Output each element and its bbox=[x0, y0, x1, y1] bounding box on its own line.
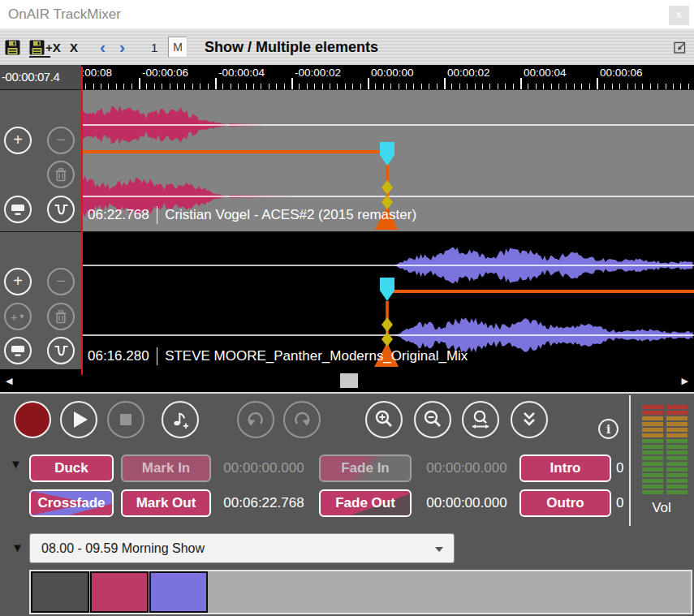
mark-out-button[interactable]: Mark Out bbox=[121, 489, 211, 517]
meter-bar bbox=[666, 411, 688, 415]
record-button[interactable] bbox=[14, 401, 51, 438]
zoom-in-button[interactable] bbox=[365, 401, 403, 438]
track-2-title: STEVE MOORE_Panther_Moderns_Original_Mix bbox=[165, 348, 468, 364]
marker-mode-button[interactable]: M bbox=[168, 37, 188, 58]
layout-bottom-icon bbox=[9, 342, 27, 359]
double-chevron-down-icon bbox=[518, 408, 541, 431]
meter-bar bbox=[666, 456, 688, 460]
undo-button[interactable] bbox=[237, 401, 274, 438]
meter-bar bbox=[666, 490, 688, 494]
stop-button[interactable] bbox=[107, 401, 144, 438]
title-bar: OnAIR TrackMixer x bbox=[0, 0, 694, 29]
outro-button[interactable]: Outro bbox=[519, 489, 611, 517]
track-delete-button[interactable] bbox=[47, 161, 75, 188]
meter-row bbox=[642, 405, 688, 409]
add-audio-button[interactable] bbox=[162, 401, 199, 438]
element-strip bbox=[29, 570, 692, 614]
duck-button[interactable]: Duck bbox=[29, 454, 114, 482]
save-icon bbox=[29, 40, 45, 55]
scroll-right-button[interactable]: ▶ bbox=[682, 369, 688, 392]
meter-bar bbox=[666, 485, 688, 489]
playhead-marker bbox=[81, 370, 83, 375]
zoom-out-button[interactable] bbox=[414, 401, 451, 438]
meter-bar bbox=[666, 450, 688, 454]
meter-row bbox=[642, 490, 688, 494]
meter-bar bbox=[666, 433, 688, 437]
track-duck-button[interactable] bbox=[47, 337, 75, 364]
meter-bar bbox=[642, 416, 663, 420]
playlist-dropdown[interactable]: 08.00 - 09.59 Morning Show bbox=[29, 533, 455, 563]
label-divider bbox=[157, 206, 158, 224]
meter-row bbox=[642, 411, 688, 415]
meter-bar bbox=[642, 456, 663, 460]
meter-row bbox=[642, 428, 688, 432]
playhead-line[interactable] bbox=[81, 67, 83, 370]
meter-bar bbox=[642, 490, 663, 494]
window-close-button[interactable]: x bbox=[669, 6, 689, 25]
element-block[interactable] bbox=[90, 571, 149, 613]
current-time-display: -00:00:07.4 bbox=[0, 65, 81, 89]
save-and-remove-button[interactable]: +X bbox=[29, 29, 61, 65]
prev-element-button[interactable]: ‹ bbox=[100, 29, 106, 65]
play-icon bbox=[74, 411, 88, 428]
track-duck-button[interactable] bbox=[47, 196, 75, 223]
mark-in-button[interactable]: Mark In bbox=[121, 454, 211, 482]
play-button[interactable] bbox=[60, 401, 97, 438]
meter-row bbox=[642, 473, 688, 477]
dock-panel-button[interactable] bbox=[672, 29, 688, 65]
volume-envelope-line[interactable] bbox=[81, 150, 387, 153]
meter-bar bbox=[666, 428, 688, 432]
meter-bar bbox=[666, 473, 688, 477]
playlist-expander[interactable]: ▼ bbox=[11, 541, 24, 554]
meter-row bbox=[642, 456, 688, 460]
meter-row bbox=[642, 422, 688, 426]
intro-button[interactable]: Intro bbox=[519, 454, 611, 482]
element-block[interactable] bbox=[149, 571, 208, 613]
editor-expander[interactable]: ▼ bbox=[10, 457, 22, 471]
zoom-out-icon bbox=[421, 408, 444, 431]
volume-meter bbox=[642, 405, 688, 496]
meter-row bbox=[642, 462, 688, 466]
chevron-left-icon: ‹ bbox=[100, 37, 106, 57]
fade-in-button[interactable]: Fade In bbox=[319, 454, 412, 482]
chevron-down-icon: ▼ bbox=[18, 312, 25, 321]
intro-count: 0 bbox=[616, 454, 623, 482]
meter-bar bbox=[666, 467, 688, 472]
track-layout-button[interactable] bbox=[4, 196, 32, 223]
cancel-button[interactable]: X bbox=[70, 29, 78, 65]
crossfade-button[interactable]: Crossfade bbox=[29, 489, 114, 517]
fade-out-value: 00:00:00.000 bbox=[416, 489, 518, 517]
main-toolbar: +X X ‹ › 1 M Show / Multiple elements bbox=[0, 29, 694, 65]
info-button[interactable]: i bbox=[598, 419, 619, 439]
next-element-button[interactable]: › bbox=[119, 29, 125, 65]
meter-bar bbox=[642, 467, 663, 472]
dock-panel-icon bbox=[672, 40, 688, 55]
duck-envelope-icon bbox=[52, 201, 71, 218]
timeline-ruler[interactable]: -00:00:07.4 -00:00:08-00:00:06-00:00:04-… bbox=[0, 65, 694, 89]
meter-row bbox=[642, 445, 688, 449]
zoom-range-button[interactable] bbox=[462, 401, 499, 438]
track-add-button[interactable]: + bbox=[4, 268, 32, 295]
collapse-button[interactable] bbox=[511, 401, 548, 438]
volume-envelope-line[interactable] bbox=[387, 290, 694, 293]
scroll-left-button[interactable]: ◀ bbox=[6, 369, 12, 392]
meter-row bbox=[642, 439, 688, 443]
track-remove-button[interactable]: − bbox=[47, 127, 75, 154]
horizontal-scrollbar[interactable]: ◀ ▶ bbox=[0, 369, 694, 392]
track-2-label: 06:16.280 STEVE MOORE_Panther_Moderns_Or… bbox=[88, 347, 468, 365]
music-note-plus-icon bbox=[168, 407, 192, 432]
element-counter: 1 bbox=[151, 29, 157, 65]
track-remove-button[interactable]: − bbox=[47, 268, 75, 295]
save-button[interactable] bbox=[5, 29, 20, 65]
fade-out-button[interactable]: Fade Out bbox=[319, 489, 412, 517]
element-block[interactable] bbox=[31, 571, 89, 613]
meter-bar bbox=[642, 462, 663, 466]
track-add-button[interactable]: + bbox=[4, 127, 32, 154]
track-delete-button[interactable] bbox=[47, 303, 75, 330]
meter-row bbox=[642, 433, 688, 437]
redo-button[interactable] bbox=[283, 401, 321, 438]
track-add-dropdown-button[interactable]: +▼ bbox=[4, 303, 32, 330]
scrollbar-thumb[interactable] bbox=[340, 373, 358, 388]
track-layout-button[interactable] bbox=[4, 337, 32, 364]
meter-row bbox=[642, 479, 688, 483]
